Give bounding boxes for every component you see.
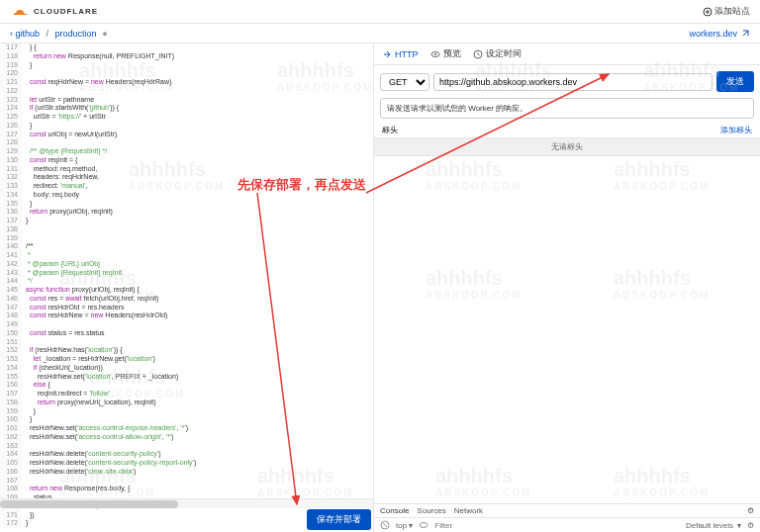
svg-point-5 bbox=[420, 523, 428, 528]
code-source[interactable]: } { return new Response(null, PREFLIGHT_… bbox=[22, 44, 373, 528]
save-deploy-button[interactable]: 保存并部署 bbox=[307, 509, 371, 530]
external-link-icon bbox=[740, 29, 750, 39]
eye-filter-icon[interactable] bbox=[419, 520, 428, 530]
top-context[interactable]: top ▾ bbox=[396, 521, 413, 530]
headers-label: 标头 bbox=[382, 125, 398, 135]
breadcrumb-item-production[interactable]: production bbox=[55, 29, 97, 39]
devtools-sources[interactable]: Sources bbox=[417, 506, 445, 515]
http-icon bbox=[382, 49, 392, 59]
filter-input[interactable] bbox=[434, 521, 680, 530]
devtools-network[interactable]: Network bbox=[454, 506, 483, 515]
plus-icon bbox=[703, 7, 712, 17]
editor-scrollbar[interactable] bbox=[0, 498, 373, 508]
devtools-settings-icon[interactable]: ⚙ bbox=[747, 521, 754, 530]
send-button[interactable]: 发送 bbox=[716, 71, 754, 92]
request-row: GET 发送 bbox=[374, 65, 760, 98]
editor-pane: 1171181191201211221231241251261271281291… bbox=[0, 44, 374, 532]
add-header-link[interactable]: 添加标头 bbox=[720, 125, 752, 135]
url-input[interactable] bbox=[433, 73, 712, 91]
tab-schedule[interactable]: 设定时间 bbox=[473, 47, 522, 60]
test-tabs: HTTP 预览 设定时间 bbox=[374, 44, 760, 65]
breadcrumb-item-github[interactable]: github bbox=[16, 29, 41, 39]
clock-icon bbox=[473, 49, 483, 59]
response-area bbox=[374, 156, 760, 503]
method-select[interactable]: GET bbox=[380, 73, 429, 91]
add-site-link[interactable]: 添加站点 bbox=[703, 5, 750, 18]
code-editor[interactable]: 1171181191201211221231241251261271281291… bbox=[0, 44, 373, 532]
devtools-gear-icon[interactable]: ⚙ bbox=[747, 506, 754, 515]
test-pane: HTTP 预览 设定时间 GET 发送 请发送请求以测试您的 Worker 的响… bbox=[374, 44, 760, 532]
status-dot: ● bbox=[102, 29, 107, 39]
app-header: CLOUDFLARE 添加站点 bbox=[0, 0, 760, 24]
brand-text: CLOUDFLARE bbox=[34, 7, 98, 16]
devtools-console[interactable]: Console bbox=[380, 506, 409, 515]
back-chevron[interactable]: ‹ bbox=[10, 29, 13, 39]
breadcrumb[interactable]: ‹ github / production ● bbox=[10, 29, 108, 39]
devtools-tabs: Console Sources Network ⚙ bbox=[374, 503, 760, 517]
tab-preview[interactable]: 预览 bbox=[430, 47, 461, 60]
tab-http[interactable]: HTTP bbox=[382, 49, 419, 59]
subheader: ‹ github / production ● workers.dev bbox=[0, 24, 760, 44]
brand-logo: CLOUDFLARE bbox=[10, 6, 98, 18]
scrollbar-thumb[interactable] bbox=[0, 500, 178, 508]
levels-dropdown[interactable]: Default levels ▾ bbox=[686, 521, 741, 530]
svg-point-2 bbox=[434, 53, 436, 55]
line-gutter: 1171181191201211221231241251261271281291… bbox=[0, 44, 22, 528]
test-notice: 请发送请求以测试您的 Worker 的响应。 bbox=[380, 98, 754, 119]
clear-console-icon[interactable] bbox=[380, 520, 390, 530]
devtools-filter-row: top ▾ Default levels ▾ ⚙ bbox=[374, 517, 760, 532]
workers-dev-link[interactable]: workers.dev bbox=[689, 29, 750, 39]
no-headers-label: 无请标头 bbox=[374, 137, 760, 156]
eye-icon bbox=[430, 49, 440, 59]
cloudflare-icon bbox=[10, 6, 30, 18]
